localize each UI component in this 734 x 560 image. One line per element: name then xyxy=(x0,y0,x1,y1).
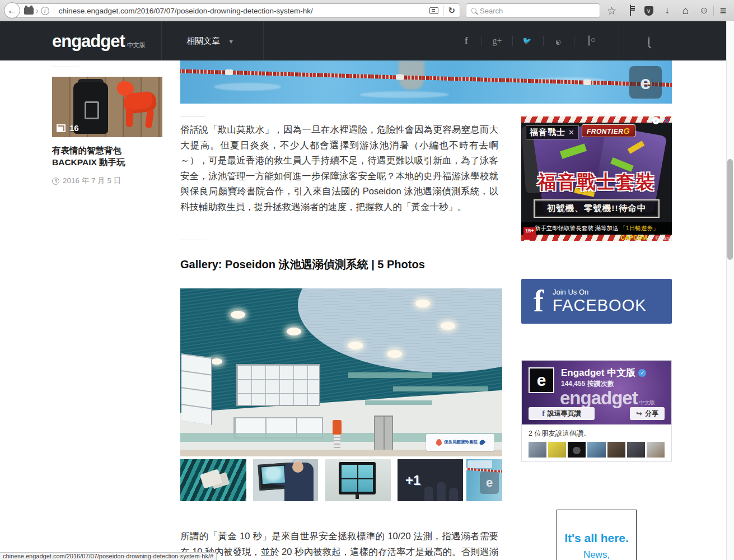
scrollbar-thumb[interactable] xyxy=(727,159,733,260)
advertisement[interactable]: 福音戰士✕ FRONTIERG 福音戰士套裝 初號機、零號機!!待命中 新手立即… xyxy=(521,116,672,241)
divider xyxy=(180,116,205,116)
pocket-icon[interactable]: v xyxy=(639,6,658,16)
friend-avatar[interactable] xyxy=(529,442,546,458)
ad-footer: 新手立即領取警長套裝 滿等加送 「1日暢遊券」 xyxy=(521,222,672,235)
gallery-thumbnail-5[interactable]: e xyxy=(466,459,502,501)
ad-brand-label: 福音戰士✕ xyxy=(526,125,579,139)
bookmark-star-icon[interactable]: ☆ xyxy=(602,4,621,17)
browser-window: ← › i chinese.engadget.com/2016/07/07/po… xyxy=(0,0,734,560)
gallery-thumbnail-more[interactable]: +1 xyxy=(398,459,463,501)
gallery-photo[interactable]: 保良局顏寶玲書院 xyxy=(180,288,502,456)
crest-icon xyxy=(436,439,442,446)
search-input[interactable] xyxy=(480,7,581,15)
share-button[interactable]: ↪ 分享 xyxy=(630,407,665,420)
nav-related-articles[interactable]: 相關文章 ▼ xyxy=(186,36,234,46)
drop-icon xyxy=(479,439,486,446)
share-arrow-icon: ↪ xyxy=(636,409,642,418)
search-bar[interactable] xyxy=(466,3,600,18)
gallery-thumbnail-1[interactable] xyxy=(180,459,246,501)
info-icon[interactable]: i xyxy=(41,7,49,15)
site-header: engadget中文版 相關文章 ▼ f g+ 🐦 ▶ xyxy=(0,21,726,60)
divider xyxy=(161,21,162,60)
back-button[interactable]: ← xyxy=(4,2,20,18)
engadget-avatar[interactable]: e xyxy=(529,367,554,393)
youtube-glyph: ▶ xyxy=(556,40,560,45)
wall-accent xyxy=(365,400,432,405)
facebook-page-name[interactable]: Engadget 中文版 ✓ xyxy=(561,366,646,379)
article-title[interactable]: 有表情的智慧背包 BACKPAIX 動手玩 xyxy=(52,144,162,168)
pool-window xyxy=(236,364,320,406)
reader-mode-icon[interactable] xyxy=(429,7,438,14)
url-bar[interactable]: › i chinese.engadget.com/2016/07/07/pose… xyxy=(13,3,460,18)
facebook-f-icon: f xyxy=(534,286,544,316)
engadget-watermark-icon: e xyxy=(480,472,499,494)
friend-avatar[interactable] xyxy=(607,442,625,458)
divider xyxy=(54,6,54,15)
friend-avatar[interactable] xyxy=(548,442,566,458)
chevron-down-icon: ▼ xyxy=(228,38,234,45)
header-search-icon[interactable] xyxy=(648,37,649,47)
home-icon[interactable]: ⌂ xyxy=(676,4,695,17)
age-rating-badge: 15+ xyxy=(523,227,536,240)
hazard-stripe xyxy=(521,116,672,123)
friend-avatars xyxy=(529,442,665,458)
facebook-join-banner[interactable]: f Join Us On FACEBOOK xyxy=(521,279,672,324)
photos-stack-icon xyxy=(57,124,66,132)
youtube-icon[interactable]: ▶ xyxy=(552,35,564,47)
gallery-thumbnail-2[interactable] xyxy=(253,459,318,501)
ad-title: 福音戰士套裝 xyxy=(521,170,672,195)
downloads-icon[interactable]: ↓ xyxy=(658,5,676,16)
adchoices-icon[interactable]: i xyxy=(652,117,660,124)
divider xyxy=(574,36,574,46)
divider xyxy=(481,36,482,46)
lifeguard-chair xyxy=(333,420,342,435)
gallery-heading[interactable]: Gallery: Poseidon 泳池遇溺偵測系統 | 5 Photos xyxy=(180,257,425,272)
instagram-icon[interactable] xyxy=(583,35,595,47)
clipboard-icon[interactable] xyxy=(621,5,639,16)
friend-avatar[interactable] xyxy=(587,442,605,458)
ad-close-icon[interactable]: ✕ xyxy=(663,116,670,125)
friend-avatar[interactable] xyxy=(627,442,645,458)
ad-subtitle: 初號機、零號機!!待命中 xyxy=(534,199,660,218)
facebook-f-icon: f xyxy=(542,409,545,418)
monitor xyxy=(339,462,376,494)
divider xyxy=(543,36,544,46)
promo-box[interactable]: It's all here. News, xyxy=(557,510,637,560)
facebook-page-cover[interactable]: e Engadget 中文版 ✓ 144,455 按讚次數 engadget中文… xyxy=(522,361,671,424)
article-paragraph: 所謂的「黃金 10 秒」是來自世界安全拯救標準的 10/20 法測，指遇溺者需要… xyxy=(180,529,498,560)
engadget-watermark-icon: e xyxy=(629,66,662,99)
school-banner: 保良局顏寶玲書院 xyxy=(426,434,494,451)
pool-window xyxy=(181,353,212,425)
friend-avatar[interactable] xyxy=(568,442,586,458)
ceiling-light xyxy=(387,350,402,358)
browser-toolbar: ← › i chinese.engadget.com/2016/07/07/po… xyxy=(0,0,734,21)
search-icon xyxy=(471,8,476,13)
friend-avatar[interactable] xyxy=(647,442,665,458)
ceiling-light xyxy=(287,328,301,335)
engadget-watermark: engadget中文版 xyxy=(560,388,654,409)
pocket-glyph: v xyxy=(644,6,653,16)
chevron-right-icon: › xyxy=(36,6,39,15)
related-article-card[interactable]: 16 有表情的智慧背包 BACKPAIX 動手玩 2016 年 7 月 5 日 xyxy=(52,77,162,186)
site-identity-icon[interactable] xyxy=(24,7,34,15)
promo-subline: News, xyxy=(557,549,636,560)
friends-like-label: 2 位朋友說這個讚。 xyxy=(529,429,665,438)
url-text[interactable]: chinese.engadget.com/2016/07/07/poseidon… xyxy=(59,7,313,15)
hazard-stripe xyxy=(521,235,672,241)
facebook-icon[interactable]: f xyxy=(460,35,473,47)
reload-icon[interactable]: ↻ xyxy=(448,6,455,16)
twitter-icon[interactable]: 🐦 xyxy=(521,35,533,47)
scrollbar-track[interactable] xyxy=(726,22,734,560)
logo-suffix: 中文版 xyxy=(127,41,146,48)
divider xyxy=(180,240,205,240)
gallery-thumbnail-3[interactable] xyxy=(325,459,391,501)
engadget-logo[interactable]: engadget中文版 xyxy=(52,31,146,52)
ceiling-light xyxy=(211,358,222,365)
article-thumbnail[interactable]: 16 xyxy=(52,77,162,137)
more-photos-label: +1 xyxy=(405,473,420,488)
wall-accent xyxy=(393,386,488,391)
google-plus-icon[interactable]: g+ xyxy=(491,35,503,47)
menu-hamburger-icon[interactable]: ≡ xyxy=(714,4,732,17)
like-page-button[interactable]: f 說這專頁讚 xyxy=(529,407,595,420)
hello-smiley-icon[interactable]: ☺ xyxy=(695,5,713,16)
